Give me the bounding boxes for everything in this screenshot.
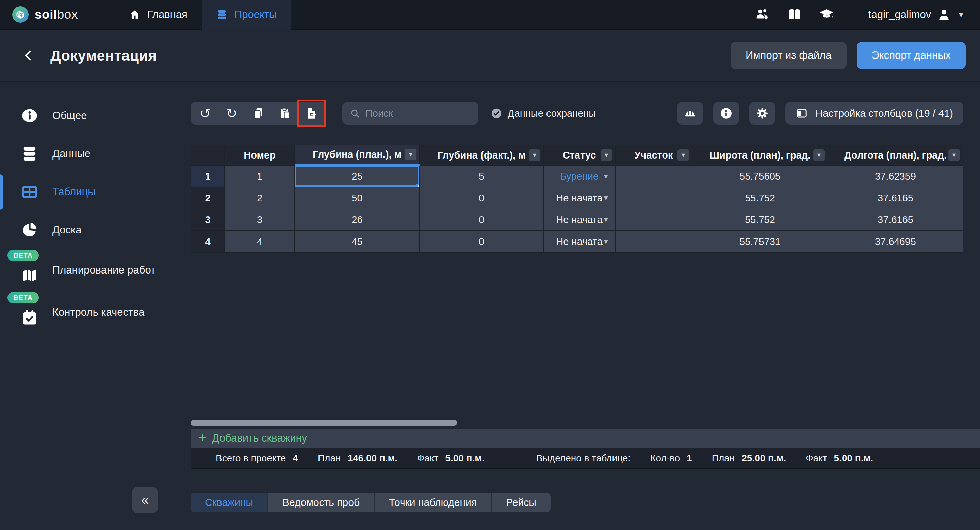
cell-depth-plan[interactable]: 50 bbox=[295, 187, 420, 209]
column-header-lat[interactable]: Широта (план), град.▼ bbox=[692, 144, 828, 166]
back-button[interactable] bbox=[20, 47, 37, 64]
tab-wells[interactable]: Скважины bbox=[191, 493, 268, 512]
sidebar: Общее Данные Таблицы Доска bbox=[0, 82, 174, 529]
nav-tab-home[interactable]: Главная bbox=[115, 0, 202, 30]
sidebar-item-quality-control[interactable]: BETA Контроль качества bbox=[0, 291, 173, 333]
sidebar-item-label: Планирование работ bbox=[52, 264, 156, 276]
filter-button[interactable]: ▼ bbox=[813, 149, 825, 161]
cell-lat[interactable]: 55.75605 bbox=[692, 166, 828, 187]
cell-lon[interactable]: 37.6165 bbox=[828, 209, 963, 231]
cell-lat[interactable]: 55.75731 bbox=[692, 231, 828, 253]
user-menu[interactable]: tagir_galimov ▼ bbox=[869, 8, 965, 21]
settings-button[interactable] bbox=[749, 102, 775, 124]
cell-depth-plan-selected[interactable]: 25 bbox=[295, 166, 420, 187]
row-header[interactable]: 3 bbox=[191, 209, 225, 231]
cell-depth-plan[interactable]: 26 bbox=[295, 209, 420, 231]
redo-button[interactable]: ↻ bbox=[218, 102, 245, 124]
beta-badge: BETA bbox=[8, 250, 39, 261]
add-well-button[interactable]: + Добавить скважину bbox=[191, 428, 980, 447]
graduation-cap-icon[interactable] bbox=[819, 7, 834, 22]
tab-runs[interactable]: Рейсы bbox=[492, 493, 550, 512]
file-export-button[interactable] bbox=[298, 102, 325, 124]
map-icon bbox=[20, 267, 40, 284]
user-icon bbox=[937, 8, 951, 21]
column-header-depth-fact[interactable]: Глубина (факт.), м▼ bbox=[420, 144, 544, 166]
info-button[interactable] bbox=[713, 102, 739, 124]
caret-down-icon[interactable]: ▼ bbox=[602, 194, 609, 202]
fill-handle[interactable] bbox=[416, 184, 420, 187]
cell-status[interactable]: Бурение▼ bbox=[544, 166, 616, 187]
cell-status[interactable]: Не начата▼ bbox=[544, 187, 616, 209]
cell-status[interactable]: Не начата▼ bbox=[544, 231, 616, 253]
cell-number[interactable]: 3 bbox=[225, 209, 295, 231]
team-gear-icon[interactable] bbox=[755, 7, 770, 22]
brand[interactable]: soilbox bbox=[12, 6, 78, 23]
caret-down-icon[interactable]: ▼ bbox=[602, 238, 609, 246]
cell-depth-plan[interactable]: 45 bbox=[295, 231, 420, 253]
caret-down-icon[interactable]: ▼ bbox=[602, 216, 609, 224]
caret-down-icon[interactable]: ▼ bbox=[602, 172, 609, 180]
count-value: 1 bbox=[687, 453, 692, 464]
helmet-icon bbox=[684, 107, 697, 120]
cell-lon[interactable]: 37.64695 bbox=[828, 231, 963, 253]
cell-number[interactable]: 1 bbox=[225, 166, 295, 187]
cell-area[interactable] bbox=[616, 187, 692, 209]
column-header-lon[interactable]: Долгота (план), град.▼ bbox=[828, 144, 963, 166]
sidebar-item-work-planning[interactable]: BETA Планирование работ bbox=[0, 249, 173, 291]
column-header-area[interactable]: Участок▼ bbox=[616, 144, 692, 166]
filter-button[interactable]: ▼ bbox=[948, 149, 960, 161]
helmet-button[interactable] bbox=[677, 102, 703, 124]
export-button[interactable]: Экспорт данных bbox=[857, 42, 966, 69]
cell-depth-fact[interactable]: 0 bbox=[420, 209, 544, 231]
filter-button[interactable]: ▼ bbox=[529, 149, 540, 161]
sidebar-item-label: Доска bbox=[52, 224, 82, 236]
cell-lat[interactable]: 55.752 bbox=[692, 209, 828, 231]
import-button[interactable]: Импорт из файла bbox=[730, 42, 846, 69]
corner-header-cell[interactable] bbox=[191, 144, 225, 166]
count-label: Кол-во bbox=[650, 453, 680, 464]
cell-number[interactable]: 2 bbox=[225, 187, 295, 209]
nav-tab-projects[interactable]: Проекты bbox=[202, 0, 291, 30]
cell-area[interactable] bbox=[616, 166, 692, 187]
filter-button[interactable]: ▼ bbox=[601, 149, 612, 161]
cell-area[interactable] bbox=[616, 209, 692, 231]
sidebar-item-data[interactable]: Данные bbox=[0, 135, 173, 173]
sidebar-collapse-button[interactable]: « bbox=[132, 487, 158, 513]
table-header-row: Номер Глубина (план.), м▼ Глубина (факт.… bbox=[191, 144, 963, 166]
cell-depth-fact[interactable]: 5 bbox=[420, 166, 544, 187]
cell-depth-fact[interactable]: 0 bbox=[420, 231, 544, 253]
column-header-number[interactable]: Номер bbox=[225, 144, 295, 166]
total-label: Всего в проекте bbox=[216, 453, 286, 464]
horizontal-scrollbar bbox=[191, 420, 963, 425]
row-header[interactable]: 1 bbox=[191, 166, 225, 187]
summary-bar: Всего в проекте4 План146.00 п.м. Факт5.0… bbox=[191, 447, 980, 469]
sidebar-item-board[interactable]: Доска bbox=[0, 211, 173, 249]
sidebar-item-tables[interactable]: Таблицы bbox=[0, 173, 173, 211]
cell-lon[interactable]: 37.6165 bbox=[828, 187, 963, 209]
beta-badge: BETA bbox=[8, 292, 39, 303]
cell-depth-fact[interactable]: 0 bbox=[420, 187, 544, 209]
scrollbar-thumb[interactable] bbox=[191, 420, 457, 425]
search-input[interactable] bbox=[366, 108, 471, 119]
columns-settings-button[interactable]: Настройка столбцов (19 / 41) bbox=[785, 102, 963, 124]
cell-area[interactable] bbox=[616, 231, 692, 253]
row-header[interactable]: 4 bbox=[191, 231, 225, 253]
column-header-status[interactable]: Статус▼ bbox=[544, 144, 616, 166]
sheet-tabs: Скважины Ведомость проб Точки наблюдения… bbox=[191, 493, 550, 512]
copy-button[interactable] bbox=[245, 102, 272, 124]
cell-lon[interactable]: 37.62359 bbox=[828, 166, 963, 187]
column-header-depth-plan[interactable]: Глубина (план.), м▼ bbox=[295, 144, 420, 166]
sidebar-item-general[interactable]: Общее bbox=[0, 97, 173, 135]
book-icon[interactable] bbox=[787, 7, 802, 22]
tab-sample-register[interactable]: Ведомость проб bbox=[268, 493, 375, 512]
filter-button[interactable]: ▼ bbox=[405, 149, 417, 160]
tab-observation-points[interactable]: Точки наблюдения bbox=[375, 493, 492, 512]
row-header[interactable]: 2 bbox=[191, 187, 225, 209]
paste-button[interactable] bbox=[272, 102, 298, 124]
filter-button[interactable]: ▼ bbox=[678, 149, 689, 161]
undo-button[interactable]: ↺ bbox=[192, 102, 218, 124]
cell-lat[interactable]: 55.752 bbox=[692, 187, 828, 209]
cell-status[interactable]: Не начата▼ bbox=[544, 209, 616, 231]
username: tagir_galimov bbox=[869, 8, 931, 21]
cell-number[interactable]: 4 bbox=[225, 231, 295, 253]
